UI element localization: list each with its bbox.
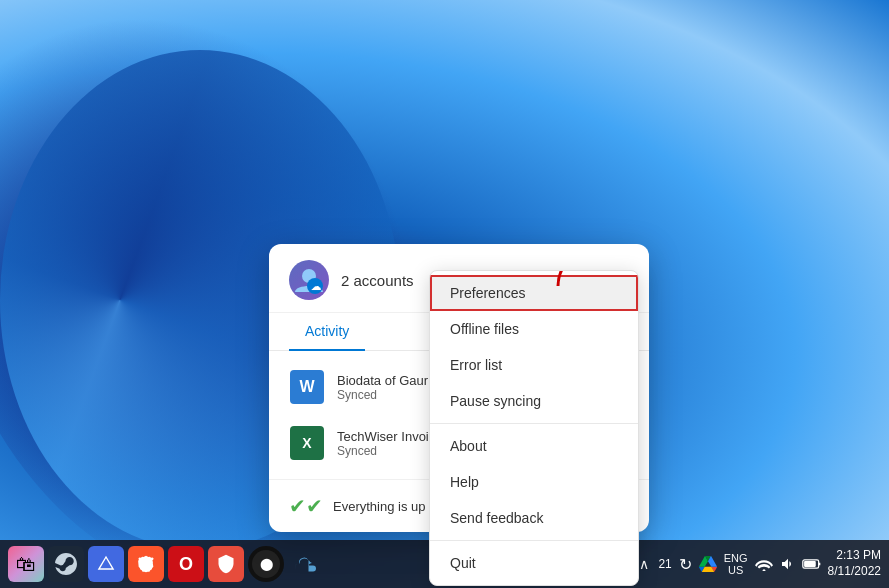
menu-item-about[interactable]: About <box>430 428 638 464</box>
menu-item-pause-syncing[interactable]: Pause syncing <box>430 383 638 419</box>
language-indicator[interactable]: ENG US <box>724 552 748 576</box>
taskbar-app-steam[interactable] <box>48 546 84 582</box>
taskbar-app-store[interactable]: 🛍 <box>8 546 44 582</box>
system-tray: ∧ 21 ↻ <box>634 554 717 574</box>
wifi-icon[interactable] <box>754 554 774 574</box>
onedrive-popup: ☁ 2 accounts <box>269 244 649 532</box>
battery-icon[interactable] <box>802 554 822 574</box>
volume-icon[interactable] <box>778 554 798 574</box>
menu-item-preferences[interactable]: Preferences <box>430 275 638 311</box>
tray-sync-icon[interactable]: ↻ <box>676 554 696 574</box>
menu-group-3: Quit <box>430 541 638 585</box>
taskbar-app-unknown[interactable]: ⬤ <box>248 546 284 582</box>
excel-icon: X <box>289 425 325 461</box>
svg-point-4 <box>762 569 765 571</box>
gear-wrapper: Preferences Offline files Error list Pau… <box>593 262 629 298</box>
taskbar-left: 🛍 O ⬤ <box>8 546 324 582</box>
menu-item-offline-files[interactable]: Offline files <box>430 311 638 347</box>
svg-text:☁: ☁ <box>311 281 321 292</box>
clock[interactable]: 2:13 PM 8/11/2022 <box>828 548 881 579</box>
svg-rect-6 <box>804 561 816 567</box>
menu-item-help[interactable]: Help <box>430 464 638 500</box>
taskbar-app-onedrive[interactable] <box>288 546 324 582</box>
menu-item-quit[interactable]: Quit <box>430 545 638 581</box>
avatar: ☁ <box>289 260 329 300</box>
tray-notification-count: 21 <box>658 557 671 571</box>
tab-activity[interactable]: Activity <box>289 313 365 351</box>
desktop: ☁ 2 accounts <box>0 0 889 588</box>
taskbar-app-nordvpn[interactable] <box>88 546 124 582</box>
word-icon: W <box>289 369 325 405</box>
taskbar-right: ∧ 21 ↻ ENG US <box>634 548 881 579</box>
taskbar-app-brave[interactable] <box>128 546 164 582</box>
tray-gdrive-icon[interactable] <box>698 554 718 574</box>
system-icons <box>754 554 822 574</box>
menu-item-send-feedback[interactable]: Send feedback <box>430 500 638 536</box>
taskbar-app-opera[interactable]: O <box>168 546 204 582</box>
menu-group-2: About Help Send feedback <box>430 424 638 541</box>
taskbar-app-forticlient[interactable] <box>208 546 244 582</box>
locale-indicator: ENG US <box>724 552 748 576</box>
checkmark-icon: ✔✔ <box>289 494 323 518</box>
popup-header: ☁ 2 accounts <box>269 244 649 313</box>
menu-group-1: Preferences Offline files Error list Pau… <box>430 271 638 424</box>
context-menu: Preferences Offline files Error list Pau… <box>429 270 639 586</box>
menu-item-error-list[interactable]: Error list <box>430 347 638 383</box>
